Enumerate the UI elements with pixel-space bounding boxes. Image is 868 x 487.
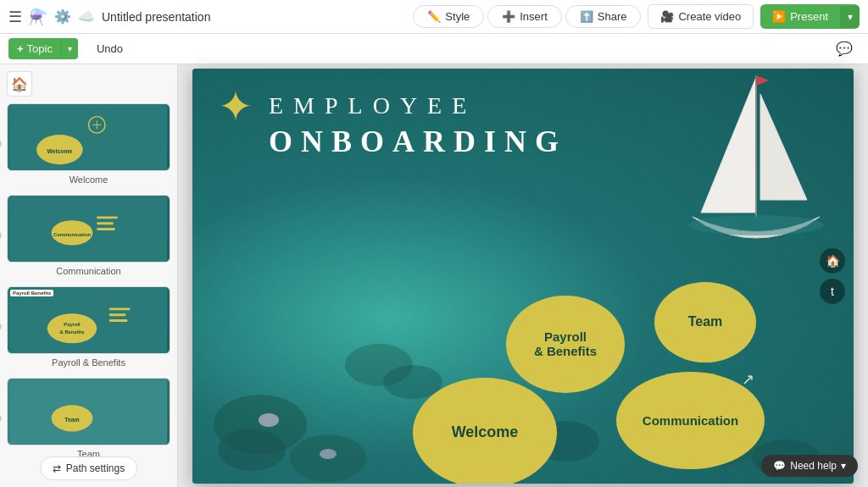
topic-dropdown-button[interactable]: ▾ bbox=[61, 38, 78, 59]
insert-tab[interactable]: ➕ Insert bbox=[487, 5, 562, 28]
svg-rect-11 bbox=[97, 228, 114, 230]
communication-bubble[interactable]: Communication bbox=[616, 372, 765, 469]
right-action-buttons: 🎥 Create video ▶️ Present ▾ bbox=[648, 4, 860, 29]
slide-group-communication: 4 Communication 6-10 Communication Commu… bbox=[7, 195, 170, 276]
create-video-button[interactable]: 🎥 Create video bbox=[648, 4, 754, 29]
hamburger-icon[interactable]: ☰ bbox=[8, 8, 22, 26]
add-topic-button[interactable]: + Topic bbox=[8, 38, 61, 59]
main-content: 🏠 2-5 Welcome Welcome bbox=[0, 64, 868, 487]
sailboat bbox=[684, 69, 828, 255]
slide-title-onboarding: ONBOARDING bbox=[269, 124, 567, 159]
slide-thumbnail-communication[interactable]: 4 Communication 6-10 Communication bbox=[7, 195, 170, 263]
welcome-label: Welcome bbox=[452, 423, 519, 441]
svg-rect-9 bbox=[97, 216, 117, 219]
svg-text:& Benefits: & Benefits bbox=[60, 329, 86, 335]
slide-dot bbox=[0, 232, 2, 239]
svg-text:Welcome: Welcome bbox=[47, 148, 72, 154]
slide-group-payroll: Payroll Benefits 11-16 Payroll & Benefit… bbox=[7, 286, 170, 368]
tab-buttons: ✏️ Style ➕ Insert ⬆️ Share bbox=[413, 5, 641, 28]
svg-marker-34 bbox=[701, 77, 756, 213]
svg-rect-0 bbox=[10, 104, 167, 170]
svg-rect-18 bbox=[109, 319, 127, 322]
home-button[interactable]: 🏠 bbox=[7, 71, 32, 97]
comment-icon-button[interactable]: 💬 bbox=[829, 37, 860, 60]
slide-title-employee: EMPLOYEE bbox=[269, 92, 476, 119]
play-icon: ▶️ bbox=[772, 10, 786, 23]
slide-label-payroll: Payroll & Benefits bbox=[7, 357, 170, 368]
help-icon: 💬 bbox=[773, 460, 786, 472]
share-tab[interactable]: ⬆️ Share bbox=[565, 5, 642, 28]
svg-rect-10 bbox=[97, 222, 114, 224]
team-bubble[interactable]: Team bbox=[654, 282, 756, 362]
team-label: Team bbox=[688, 314, 723, 329]
slide-panel: 🏠 2-5 Welcome Welcome bbox=[0, 64, 178, 487]
payroll-benefits-bubble[interactable]: Payroll& Benefits bbox=[506, 296, 625, 393]
svg-marker-38 bbox=[756, 75, 769, 86]
present-button-group: ▶️ Present ▾ bbox=[760, 4, 860, 29]
svg-rect-16 bbox=[109, 307, 130, 310]
share-icon: ⬆️ bbox=[580, 10, 593, 23]
svg-text:Communication: Communication bbox=[53, 232, 92, 237]
main-slide[interactable]: ✦ EMPLOYEE ONBOARDING bbox=[192, 69, 854, 484]
slide-thumbnail-welcome[interactable]: 2-5 Welcome bbox=[7, 103, 170, 171]
home-action-button[interactable]: 🏠 bbox=[820, 248, 845, 274]
slide-thumbnail-team[interactable]: 17-18 Team bbox=[7, 378, 170, 445]
svg-point-37 bbox=[688, 215, 824, 235]
slide-dot bbox=[0, 324, 2, 330]
slide-dot bbox=[0, 141, 2, 147]
topic-button-group: + Topic ▾ bbox=[8, 38, 78, 59]
star-decoration: ✦ bbox=[218, 86, 253, 128]
slide-thumbnail-payroll[interactable]: Payroll Benefits 11-16 Payroll & Benefit… bbox=[7, 286, 170, 354]
path-settings-button[interactable]: ⇄ Path settings bbox=[40, 457, 137, 480]
presentation-title[interactable]: Untitled presentation bbox=[102, 10, 406, 24]
svg-text:Team: Team bbox=[64, 417, 79, 423]
slide-action-buttons: 🏠 t bbox=[820, 248, 845, 304]
tumblr-action-button[interactable]: t bbox=[820, 279, 845, 304]
style-tab[interactable]: ✏️ Style bbox=[413, 5, 484, 28]
path-icon: ⇄ bbox=[53, 462, 61, 474]
slide-group-welcome: 2-5 Welcome Welcome bbox=[7, 103, 170, 185]
plus-icon: ➕ bbox=[502, 10, 515, 23]
secondary-toolbar: + Topic ▾ Undo 💬 bbox=[0, 34, 868, 64]
settings-icon[interactable]: ⚙️ bbox=[54, 8, 71, 25]
cloud-icon[interactable]: ☁️ bbox=[78, 8, 95, 25]
welcome-bubble[interactable]: Welcome bbox=[413, 378, 557, 484]
video-icon: 🎥 bbox=[660, 10, 674, 23]
canvas-area: ✦ EMPLOYEE ONBOARDING bbox=[178, 64, 868, 487]
slide-group-team: 17-18 Team Team bbox=[7, 378, 170, 459]
communication-label: Communication bbox=[643, 413, 738, 428]
svg-text:Payroll: Payroll bbox=[64, 322, 81, 327]
svg-marker-35 bbox=[760, 94, 807, 200]
present-dropdown-button[interactable]: ▾ bbox=[840, 6, 860, 28]
payroll-benefits-label: Payroll& Benefits bbox=[534, 329, 597, 358]
logo-icon: ⚗️ bbox=[29, 8, 47, 26]
style-icon: ✏️ bbox=[427, 10, 441, 23]
svg-rect-17 bbox=[109, 313, 126, 316]
undo-button[interactable]: Undo bbox=[85, 38, 135, 59]
chevron-up-icon: ▾ bbox=[841, 460, 846, 472]
slide-dot bbox=[0, 415, 2, 422]
present-main-button[interactable]: ▶️ Present bbox=[760, 5, 840, 28]
slide-label-welcome: Welcome bbox=[7, 174, 170, 185]
slide-label-communication: Communication bbox=[7, 266, 170, 276]
add-icon: + bbox=[17, 42, 24, 55]
top-toolbar: ☰ ⚗️ ⚙️ ☁️ Untitled presentation ✏️ Styl… bbox=[0, 0, 868, 34]
need-help-button[interactable]: 💬 Need help ▾ bbox=[761, 455, 858, 477]
